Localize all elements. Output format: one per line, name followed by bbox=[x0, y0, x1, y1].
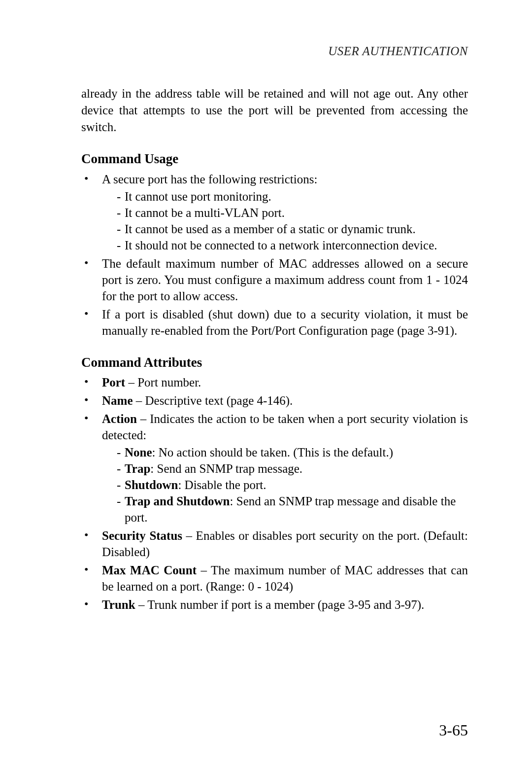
attr-term: Security Status bbox=[102, 529, 182, 542]
sub-desc: : No action should be taken. (This is th… bbox=[152, 446, 393, 459]
list-item: Trunk – Trunk number if port is a member… bbox=[81, 597, 468, 613]
sub-term: None bbox=[125, 446, 152, 459]
list-item: It cannot use port monitoring. bbox=[117, 188, 468, 205]
list-item: Action – Indicates the action to be take… bbox=[81, 411, 468, 526]
action-sublist: None: No action should be taken. (This i… bbox=[117, 444, 468, 526]
restriction-sublist: It cannot use port monitoring. It cannot… bbox=[117, 188, 468, 253]
attr-desc: – Port number. bbox=[125, 376, 201, 389]
document-page: USER AUTHENTICATION already in the addre… bbox=[0, 0, 532, 774]
list-item: Security Status – Enables or disables po… bbox=[81, 528, 468, 560]
sub-term: Shutdown bbox=[125, 478, 178, 492]
intro-paragraph: already in the address table will be ret… bbox=[81, 85, 468, 135]
attr-desc: – Indicates the action to be taken when … bbox=[102, 412, 468, 442]
sub-item-text: It cannot be used as a member of a stati… bbox=[125, 222, 416, 236]
list-item: None: No action should be taken. (This i… bbox=[117, 444, 468, 460]
page-number: 3-65 bbox=[439, 721, 468, 739]
sub-term: Trap and Shutdown bbox=[125, 494, 230, 508]
command-attributes-list: Port – Port number. Name – Descriptive t… bbox=[81, 374, 468, 613]
command-usage-heading: Command Usage bbox=[81, 150, 468, 168]
list-item-text: If a port is disabled (shut down) due to… bbox=[102, 308, 468, 337]
sub-desc: : Disable the port. bbox=[178, 478, 266, 492]
attr-term: Port bbox=[102, 376, 125, 389]
list-item: The default maximum number of MAC addres… bbox=[81, 255, 468, 304]
command-attributes-heading: Command Attributes bbox=[81, 353, 468, 371]
list-item: Port – Port number. bbox=[81, 374, 468, 390]
attr-term: Action bbox=[102, 412, 137, 425]
sub-term: Trap bbox=[125, 462, 150, 475]
page-body: already in the address table will be ret… bbox=[81, 85, 468, 613]
sub-item-text: It should not be connected to a network … bbox=[125, 239, 437, 252]
sub-item-text: It cannot use port monitoring. bbox=[125, 190, 271, 203]
list-item: Trap and Shutdown: Send an SNMP trap mes… bbox=[117, 493, 468, 526]
attr-term: Name bbox=[102, 394, 133, 407]
attr-term: Max MAC Count bbox=[102, 563, 197, 577]
list-item: Trap: Send an SNMP trap message. bbox=[117, 460, 468, 477]
attr-term: Trunk bbox=[102, 598, 135, 611]
list-item: It cannot be used as a member of a stati… bbox=[117, 221, 468, 237]
sub-item-text: It cannot be a multi-VLAN port. bbox=[125, 206, 285, 219]
attr-desc: – Descriptive text (page 4-146). bbox=[133, 394, 293, 407]
list-item-text: A secure port has the following restrict… bbox=[102, 173, 317, 186]
list-item: Shutdown: Disable the port. bbox=[117, 477, 468, 493]
list-item: Name – Descriptive text (page 4-146). bbox=[81, 392, 468, 409]
list-item: If a port is disabled (shut down) due to… bbox=[81, 306, 468, 339]
list-item: A secure port has the following restrict… bbox=[81, 171, 468, 253]
list-item: It cannot be a multi-VLAN port. bbox=[117, 205, 468, 221]
sub-desc: : Send an SNMP trap message. bbox=[150, 462, 302, 475]
list-item-text: The default maximum number of MAC addres… bbox=[102, 257, 468, 303]
list-item: Max MAC Count – The maximum number of MA… bbox=[81, 562, 468, 595]
list-item: It should not be connected to a network … bbox=[117, 237, 468, 253]
attr-desc: – Trunk number if port is a member (page… bbox=[135, 598, 425, 611]
command-usage-list: A secure port has the following restrict… bbox=[81, 171, 468, 339]
page-header: USER AUTHENTICATION bbox=[81, 44, 468, 58]
